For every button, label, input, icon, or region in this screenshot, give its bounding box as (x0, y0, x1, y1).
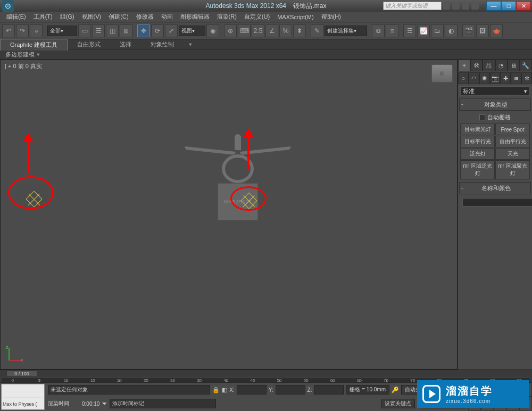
ribbon-tab-selection[interactable]: 选择 (110, 39, 141, 50)
subtab-systems[interactable]: ✲ (521, 72, 532, 84)
render-button[interactable]: 🫖 (490, 24, 503, 37)
rect-select-button[interactable]: ◫ (106, 24, 119, 37)
schematic-button[interactable]: 🗂 (431, 24, 444, 37)
btn-target-direct[interactable]: 目标平行光 (460, 136, 495, 147)
edit-selset-button[interactable]: ✎ (311, 24, 323, 37)
set-key-button[interactable]: 设置关键点 (381, 399, 415, 408)
named-selset-combo[interactable]: 创建选择集 ▾ (325, 26, 367, 36)
app-logo-icon[interactable]: ⊙ (2, 0, 14, 12)
menu-help[interactable]: 帮助(H) (318, 12, 344, 22)
tab-create[interactable]: ✶ (458, 60, 470, 71)
render-frame-button[interactable]: 🖼 (476, 24, 489, 37)
pivot-button[interactable]: ◉ (206, 24, 219, 37)
btn-free-spot[interactable]: Free Spot (495, 124, 530, 135)
scale-button[interactable]: ⤢ (165, 24, 178, 37)
create-category-combo[interactable]: 标准▾ (460, 86, 530, 96)
menu-render[interactable]: 渲染(R) (214, 12, 240, 22)
ribbon-collapse-icon[interactable]: ▾ (189, 41, 192, 48)
ribbon-panel-label[interactable]: 多边形建模 (5, 51, 35, 59)
btn-free-direct[interactable]: 自由平行光 (495, 136, 530, 147)
object-name-input[interactable] (462, 198, 532, 207)
help-search-input[interactable]: 键入关键字或短语 (383, 2, 442, 10)
btn-mr-area-omni[interactable]: mr 区域泛光灯 (460, 160, 495, 179)
tab-motion[interactable]: ◔ (495, 60, 508, 71)
rollout-name-color[interactable]: -名称和颜色 (459, 182, 531, 194)
mirror-button[interactable]: ⧉ (372, 24, 385, 37)
spinner-snap-button[interactable]: ⬍ (293, 24, 306, 37)
selection-filter-combo[interactable]: 全部 ▾ (47, 26, 77, 36)
subtab-shapes[interactable]: ◠ (469, 72, 479, 84)
favorites-icon[interactable] (462, 2, 469, 10)
isolate-icon[interactable]: ◧ (222, 387, 227, 393)
btn-skylight[interactable]: 天光 (495, 148, 530, 160)
tab-modify[interactable]: 🛠 (470, 60, 483, 71)
undo-button[interactable]: ↶ (2, 24, 15, 37)
maxscript-listener[interactable]: Max to Physes ( (1, 384, 45, 410)
viewport-label[interactable]: [ + 0 前 0 真实 (5, 62, 42, 70)
keyboard-shortcut-button[interactable]: ⌨ (238, 24, 251, 37)
subtab-cameras[interactable]: 📷 (490, 72, 501, 84)
maximize-button[interactable]: □ (501, 1, 516, 11)
manipulate-button[interactable]: ⊕ (224, 24, 237, 37)
menu-customize[interactable]: 自定义(U) (241, 12, 273, 22)
subtab-geometry[interactable]: ○ (458, 72, 469, 84)
select-name-button[interactable]: ☰ (92, 24, 105, 37)
move-button[interactable]: ✥ (137, 24, 150, 37)
coord-x[interactable] (237, 385, 267, 394)
menu-maxscript[interactable]: MAXScript(M) (274, 13, 317, 21)
snap-2d-button[interactable]: 2.5 (252, 24, 264, 37)
exchange-icon[interactable] (452, 2, 460, 10)
btn-omni[interactable]: 泛光灯 (460, 148, 495, 160)
key-mode-icon[interactable]: 🔑 (392, 387, 399, 393)
tab-hierarchy[interactable]: 品 (483, 60, 495, 71)
ribbon-panel-dropdown-icon[interactable]: ▾ (37, 51, 40, 58)
add-time-tag[interactable]: 添加时间标记 (110, 399, 216, 408)
angle-snap-button[interactable]: ∠ (265, 24, 278, 37)
select-button[interactable]: ▭ (78, 24, 91, 37)
layers-button[interactable]: ☰ (403, 24, 416, 37)
menu-group[interactable]: 组(G) (57, 12, 78, 22)
btn-target-spot[interactable]: 目标聚光灯 (460, 124, 495, 135)
rotate-button[interactable]: ⟳ (151, 24, 164, 37)
menu-edit[interactable]: 编辑(E) (3, 12, 29, 22)
subtab-helpers[interactable]: ✚ (500, 72, 511, 84)
menu-create[interactable]: 创建(C) (105, 12, 131, 22)
rollout-object-type[interactable]: -对象类型 (459, 98, 531, 111)
menu-graph[interactable]: 图形编辑器 (177, 12, 213, 22)
ribbon-tab-freeform[interactable]: 自由形式 (68, 39, 110, 50)
redo-button[interactable]: ↷ (16, 24, 29, 37)
viewcube[interactable]: 前 (431, 64, 453, 83)
menu-tools[interactable]: 工具(T) (30, 12, 56, 22)
btn-mr-area-spot[interactable]: mr 区域聚光灯 (495, 160, 530, 179)
ref-coord-combo[interactable]: 视图 ▾ (179, 26, 205, 36)
align-button[interactable]: ≡ (386, 24, 398, 37)
help-icon[interactable] (471, 2, 479, 10)
close-button[interactable]: ✕ (516, 1, 531, 11)
viewport[interactable]: [ + 0 前 0 真实 前 MHSJS001 x z (0, 60, 458, 369)
command-panel-tabs: ✶ 🛠 品 ◔ 🖥 🔧 (458, 60, 532, 71)
coord-z[interactable] (314, 385, 344, 394)
menu-views[interactable]: 视图(V) (79, 12, 105, 22)
render-setup-button[interactable]: 🎬 (462, 24, 475, 37)
window-crossing-button[interactable]: ⊞ (120, 24, 132, 37)
sign-in-icon[interactable] (443, 2, 450, 10)
time-tag-icon[interactable]: ⏷ (102, 400, 107, 407)
lock-icon[interactable]: 🔒 (212, 387, 220, 393)
tab-utilities[interactable]: 🔧 (520, 60, 532, 71)
curve-editor-button[interactable]: 📈 (417, 24, 430, 37)
material-editor-button[interactable]: ◐ (445, 24, 458, 37)
ribbon-tab-paint[interactable]: 对象绘制 (141, 39, 184, 50)
coord-y[interactable] (276, 385, 305, 394)
link-button[interactable]: ⟐ (30, 24, 43, 37)
subtab-lights[interactable]: ✺ (479, 72, 490, 84)
menu-modifiers[interactable]: 修改器 (133, 12, 157, 22)
menu-animation[interactable]: 动画 (158, 12, 176, 22)
time-slider[interactable]: 0 / 100 (6, 371, 37, 377)
autogrid-checkbox[interactable]: 自动栅格 (460, 112, 530, 122)
percent-snap-button[interactable]: % (279, 24, 292, 37)
subtab-spacewarps[interactable]: ≋ (511, 72, 521, 84)
tab-display[interactable]: 🖥 (508, 60, 520, 71)
ribbon-tab-graphite[interactable]: Graphite 建模工具 (0, 39, 68, 51)
minimize-button[interactable]: — (486, 1, 501, 11)
menu-bar: 编辑(E) 工具(T) 组(G) 视图(V) 创建(C) 修改器 动画 图形编辑… (0, 12, 532, 22)
